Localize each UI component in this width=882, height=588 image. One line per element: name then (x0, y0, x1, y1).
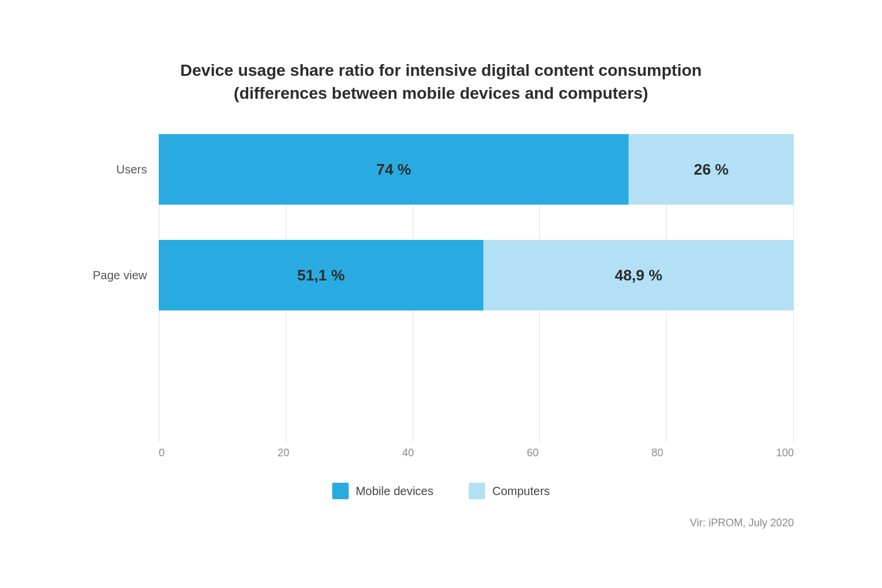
x-label-100: 100 (776, 447, 794, 459)
x-label-60: 60 (527, 447, 539, 459)
bar-row-pageview: Page view 51,1 % 48,9 % (88, 240, 794, 310)
bar-track-pageview: 51,1 % 48,9 % (159, 240, 794, 310)
legend-item-computer: Computers (469, 483, 550, 499)
bar-segment-pageview-mobile: 51,1 % (159, 240, 483, 310)
bar-segment-users-computer: 26 % (629, 134, 794, 205)
legend-label-computer: Computers (492, 485, 550, 498)
bar-track-users: 74 % 26 % (159, 134, 794, 205)
bar-label-pageview: Page view (88, 269, 159, 282)
legend-swatch-computer (469, 483, 485, 499)
x-label-0: 0 (159, 447, 165, 459)
bar-row-users: Users 74 % 26 % (88, 134, 794, 205)
bar-value-pageview-mobile: 51,1 % (297, 266, 345, 285)
x-label-40: 40 (402, 447, 414, 459)
bar-segment-users-mobile: 74 % (159, 134, 629, 205)
x-axis: 0 20 40 60 80 100 (88, 447, 794, 459)
x-label-80: 80 (652, 447, 663, 459)
x-label-20: 20 (278, 447, 289, 459)
chart-title-line1: Device usage share ratio for intensive d… (88, 59, 794, 82)
chart-container: Device usage share ratio for intensive d… (53, 35, 829, 553)
legend-label-mobile: Mobile devices (356, 485, 433, 498)
chart-title-line2: (differences between mobile devices and … (88, 82, 794, 105)
legend-item-mobile: Mobile devices (332, 483, 433, 499)
chart-legend: Mobile devices Computers (88, 483, 794, 499)
chart-title: Device usage share ratio for intensive d… (88, 59, 794, 105)
x-axis-labels: 0 20 40 60 80 100 (159, 447, 794, 459)
chart-source: Vir: iPROM, July 2020 (88, 517, 794, 529)
bar-value-users-computer: 26 % (694, 161, 729, 179)
bar-value-users-mobile: 74 % (376, 161, 411, 179)
legend-swatch-mobile (332, 483, 349, 499)
bar-segment-pageview-computer: 48,9 % (483, 240, 794, 310)
chart-area: Users 74 % 26 % Page view 51,1 % (88, 134, 794, 459)
bar-value-pageview-computer: 48,9 % (614, 266, 662, 285)
bar-label-users: Users (88, 163, 159, 176)
